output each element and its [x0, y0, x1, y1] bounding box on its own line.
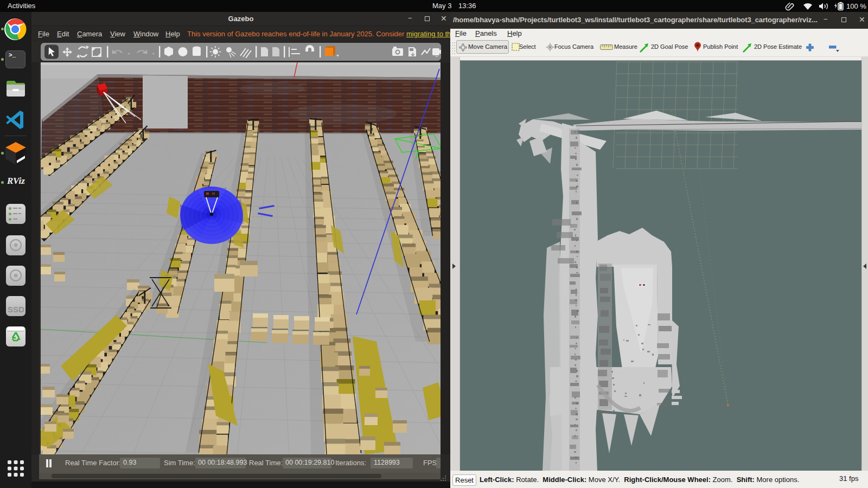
svg-text:100 %: 100 % [846, 2, 866, 10]
